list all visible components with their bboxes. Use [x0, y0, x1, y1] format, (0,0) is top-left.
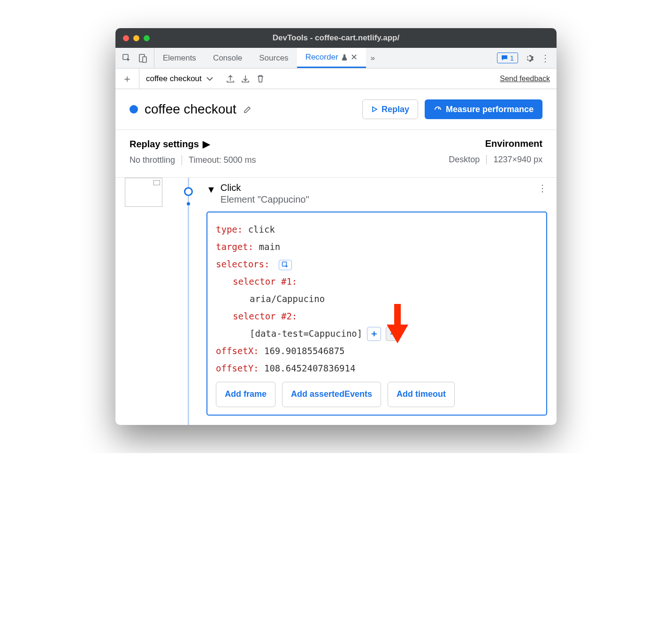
minimize-window-button[interactable] [133, 35, 139, 41]
field-value-type[interactable]: click [248, 224, 275, 235]
field-key-selector2: selector #2 [233, 311, 292, 321]
kebab-menu-icon[interactable]: ⋮ [541, 53, 550, 64]
replay-button[interactable]: Replay [362, 99, 418, 119]
field-key-selector1: selector #1 [233, 276, 292, 287]
export-icon[interactable] [226, 75, 235, 83]
step-subtitle: Element "Cappucino" [221, 194, 533, 205]
element-picker-icon[interactable] [279, 260, 292, 270]
timeout-value: Timeout: 5000 ms [182, 155, 256, 165]
recording-select[interactable]: coffee checkout [139, 68, 220, 89]
replay-settings-title: Replay settings [130, 139, 199, 150]
flask-icon [341, 54, 348, 61]
timeline-line [188, 178, 189, 425]
svg-rect-4 [394, 304, 401, 326]
tab-label: Console [213, 53, 242, 63]
step-thumbnail[interactable] [125, 178, 162, 207]
edit-title-icon[interactable] [243, 105, 252, 114]
environment-title: Environment [449, 138, 542, 149]
timeline-tick [187, 202, 190, 205]
environment-label: Environment [485, 138, 542, 149]
window-controls [123, 35, 150, 41]
annotation-arrow-icon [387, 304, 408, 343]
field-value-target[interactable]: main [259, 242, 281, 252]
tab-label: Sources [259, 53, 288, 63]
chevron-right-icon: ▶ [203, 138, 210, 150]
thumbnail-column [115, 178, 167, 425]
add-selector-button[interactable]: + [367, 327, 381, 341]
close-window-button[interactable] [123, 35, 129, 41]
tab-label: Elements [163, 53, 196, 63]
field-key-type: type [216, 224, 237, 235]
import-icon[interactable] [241, 75, 250, 83]
measure-performance-button[interactable]: Measure performance [425, 99, 542, 119]
timeline-column [167, 178, 206, 425]
devtools-tabbar: Elements Console Sources Recorder ✕ » 1 … [115, 48, 557, 68]
chat-icon [501, 55, 508, 61]
send-feedback-link[interactable]: Send feedback [500, 75, 550, 83]
tab-recorder[interactable]: Recorder ✕ [297, 48, 366, 68]
chevron-down-icon [206, 76, 213, 81]
field-value-selector2[interactable]: [data-test=Cappucino] [250, 325, 362, 342]
tab-sources[interactable]: Sources [251, 48, 297, 68]
issues-badge[interactable]: 1 [497, 53, 518, 63]
window-title: DevTools - coffee-cart.netlify.app/ [273, 33, 399, 43]
recording-title: coffee checkout [145, 102, 237, 117]
gear-icon[interactable] [525, 53, 534, 63]
timeline-node[interactable] [184, 187, 193, 196]
field-value-offsety[interactable]: 108.6452407836914 [264, 363, 355, 373]
measure-button-label: Measure performance [446, 105, 534, 114]
step-kind: Click [221, 182, 533, 193]
settings-row: Replay settings ▶ No throttling Timeout:… [115, 129, 557, 178]
replay-settings-toggle[interactable]: Replay settings ▶ [130, 138, 256, 150]
recording-select-label: coffee checkout [146, 74, 202, 83]
device-toolbar-icon[interactable] [138, 53, 147, 63]
add-frame-button[interactable]: Add frame [216, 382, 275, 407]
add-assertedevents-button[interactable]: Add assertedEvents [282, 382, 381, 407]
inspect-element-icon[interactable] [122, 53, 131, 63]
replay-button-label: Replay [382, 105, 409, 114]
dimensions-value: 1237×940 px [486, 155, 542, 165]
field-key-offsety: offsetY [216, 363, 253, 373]
tab-console[interactable]: Console [205, 48, 251, 68]
field-key-target: target [216, 242, 248, 252]
close-tab-icon[interactable]: ✕ [351, 52, 358, 62]
step-body: type: click target: main selectors: sele… [206, 212, 547, 416]
new-recording-icon[interactable]: ＋ [122, 72, 132, 86]
devtools-window: DevTools - coffee-cart.netlify.app/ Elem… [115, 28, 557, 425]
play-icon [371, 106, 378, 113]
recording-header: coffee checkout Replay Measure performan… [115, 89, 557, 129]
delete-icon[interactable] [256, 75, 265, 83]
gauge-icon [434, 105, 442, 114]
field-key-offsetx: offsetX [216, 346, 253, 356]
recording-status-dot [130, 105, 138, 114]
recorder-toolbar: ＋ coffee checkout Send feedback [115, 68, 557, 89]
recorder-body: ▼ Click Element "Cappucino" ⋮ type: clic… [115, 178, 557, 425]
field-key-selectors: selectors [216, 259, 264, 269]
tab-elements[interactable]: Elements [154, 48, 205, 68]
svg-rect-2 [143, 57, 146, 62]
add-timeout-button[interactable]: Add timeout [388, 382, 455, 407]
chevron-right-double-icon: » [371, 53, 375, 63]
tab-label: Recorder [305, 53, 338, 62]
maximize-window-button[interactable] [144, 35, 150, 41]
caret-down-icon: ▼ [206, 184, 216, 195]
throttling-value: No throttling [130, 155, 175, 165]
field-value-offsetx[interactable]: 169.90185546875 [264, 346, 345, 356]
more-tabs-button[interactable]: » [366, 48, 380, 68]
step-menu-icon[interactable]: ⋮ [538, 182, 547, 194]
step-header[interactable]: ▼ Click Element "Cappucino" ⋮ [206, 182, 547, 205]
field-value-selector1[interactable]: aria/Cappucino [250, 294, 325, 304]
window-titlebar: DevTools - coffee-cart.netlify.app/ [115, 28, 557, 48]
step-column: ▼ Click Element "Cappucino" ⋮ type: clic… [206, 178, 557, 425]
device-value: Desktop [449, 155, 480, 165]
issues-count: 1 [510, 54, 514, 62]
